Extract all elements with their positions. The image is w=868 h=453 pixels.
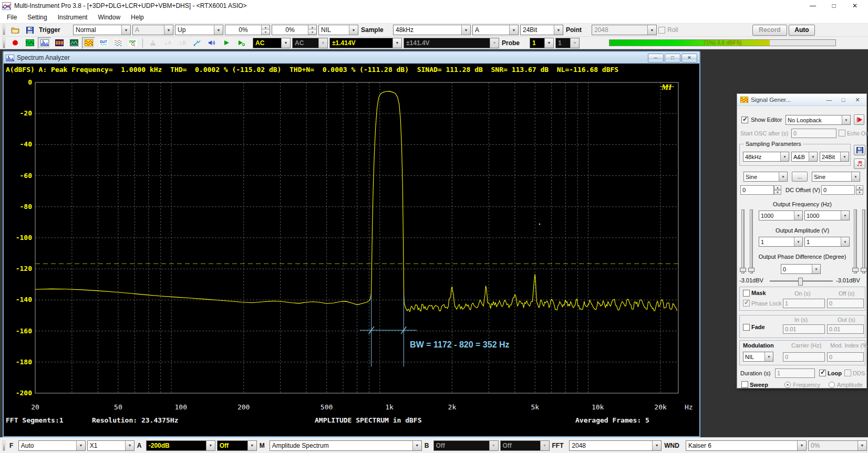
spectrum-chart[interactable]: 20501002005001k2k5k10k20kHz0-20-40-60-80…: [4, 76, 699, 436]
record-length-select[interactable]: 2048▼: [592, 25, 657, 35]
panel-maximize-icon[interactable]: □: [838, 97, 849, 103]
display-mode-select[interactable]: Amplitude Spectrum▼: [270, 440, 422, 451]
fade-in-input[interactable]: 0.01: [783, 324, 825, 334]
sweep-frequency-radio[interactable]: [784, 382, 791, 388]
open-file-icon[interactable]: [8, 24, 22, 36]
panel-close-icon[interactable]: ✕: [852, 97, 863, 103]
output-phase-select[interactable]: 0▼: [781, 264, 821, 274]
dc-offset-b-input[interactable]: 0: [821, 185, 855, 195]
channel-b-y-range-select[interactable]: Off▼: [433, 440, 499, 451]
spectrum-3d-plot-icon[interactable]: [67, 37, 80, 49]
alarm-icon[interactable]: [146, 37, 159, 49]
probe-b-select[interactable]: 1▼: [555, 38, 580, 48]
level-slider-a2[interactable]: [750, 209, 753, 273]
music-notes-button[interactable]: ♬: [854, 159, 865, 169]
channel-a-y-range-select[interactable]: -200dB▼: [146, 440, 215, 451]
toolbar-grip[interactable]: [3, 440, 5, 451]
multimeter-icon[interactable]: 888: [53, 37, 66, 49]
spectrum-analyzer-icon[interactable]: [38, 37, 51, 49]
save-file-icon[interactable]: [23, 24, 36, 36]
menu-setting[interactable]: Setting: [23, 13, 51, 22]
waveform-a-select[interactable]: Sine▼: [743, 172, 788, 182]
menu-file[interactable]: File: [2, 13, 22, 22]
window-function-select[interactable]: Kaiser 6▼: [686, 440, 807, 451]
spin-up-icon[interactable]: ▲: [308, 25, 316, 30]
trigger-mode-select[interactable]: Normal▼: [73, 25, 131, 35]
trigger-delay-spinner[interactable]: 0%▲▼: [272, 25, 317, 35]
close-icon[interactable]: ✕: [851, 2, 859, 9]
device-test-plan-icon[interactable]: DUT: [97, 37, 110, 49]
loop-checkbox[interactable]: [819, 370, 826, 376]
menu-window[interactable]: Window: [93, 13, 125, 22]
toolbar-grip[interactable]: [3, 38, 5, 48]
spectrum-window-titlebar[interactable]: Spectrum Analyzer ─ □ ✕: [4, 52, 699, 64]
generator-bit-depth-select[interactable]: 24Bit▼: [820, 152, 849, 162]
sound-output-icon[interactable]: [205, 37, 218, 49]
trigger-level-spinner[interactable]: 0%▲▼: [225, 25, 270, 35]
record-button[interactable]: Record: [752, 25, 787, 36]
maximize-icon[interactable]: □: [830, 2, 838, 9]
modulation-type-select[interactable]: NIL▼: [743, 352, 773, 362]
loopback-select[interactable]: No Loopback▼: [786, 115, 851, 125]
frequency-range-select[interactable]: Auto▼: [18, 440, 86, 451]
panel-minimize-icon[interactable]: —: [823, 97, 835, 103]
run-icon[interactable]: [220, 37, 233, 49]
bit-depth-select[interactable]: 24Bit▼: [520, 25, 563, 35]
frequency-multiplier-select[interactable]: X1▼: [87, 440, 135, 451]
start-generator-button[interactable]: [854, 114, 864, 125]
sampling-rate-select[interactable]: 48kHz▼: [393, 25, 471, 35]
mod-index-input[interactable]: 0: [827, 352, 864, 362]
fade-checkbox[interactable]: [743, 324, 750, 331]
channel-a-coupling-select[interactable]: AC▼: [253, 38, 291, 48]
channel-b-processing-select[interactable]: Off▼: [500, 440, 550, 451]
mask-off-input[interactable]: 0: [827, 299, 864, 308]
channel-a-range-select[interactable]: ±1.414V▼: [329, 38, 402, 48]
marker-a-icon[interactable]: ⊥A: [161, 37, 174, 49]
menu-help[interactable]: Help: [126, 13, 149, 22]
waveform-b-select[interactable]: Sine▼: [812, 172, 860, 182]
sweep-amplitude-radio[interactable]: [829, 382, 835, 388]
dc-offset-b-spinner[interactable]: ▲ ▼: [856, 185, 863, 195]
probe-calibration-icon[interactable]: [190, 37, 203, 49]
signal-generator-titlebar[interactable]: Signal Gener... — □ ✕: [737, 94, 866, 106]
window-minimize-icon[interactable]: ─: [648, 54, 664, 62]
window-close-icon[interactable]: ✕: [681, 54, 697, 62]
window-maximize-icon[interactable]: □: [665, 54, 680, 62]
level-slider-b1[interactable]: [854, 209, 857, 273]
trigger-edge-select[interactable]: Up▼: [175, 25, 223, 35]
record-icon[interactable]: [8, 37, 22, 49]
generator-sampling-rate-select[interactable]: 48kHz▼: [743, 152, 789, 162]
sampling-channel-select[interactable]: A▼: [472, 25, 519, 35]
save-signal-button[interactable]: [854, 145, 865, 155]
output-amplitude-a-select[interactable]: 1▼: [759, 237, 803, 247]
generator-channels-select[interactable]: A&B▼: [791, 152, 818, 162]
signal-generator-icon[interactable]: [82, 37, 95, 49]
level-slider-a1[interactable]: [741, 209, 745, 273]
spin-down-icon[interactable]: ▼: [262, 30, 270, 35]
menu-instrument[interactable]: Instrument: [53, 13, 92, 22]
oscilloscope-icon[interactable]: [23, 37, 36, 49]
dc-offset-a-input[interactable]: 0: [740, 185, 774, 195]
marker-b-icon[interactable]: ⊥B: [175, 37, 189, 49]
output-frequency-a-select[interactable]: 1000▼: [759, 210, 803, 220]
mask-checkbox[interactable]: [743, 290, 750, 297]
minimize-icon[interactable]: —: [809, 2, 817, 9]
spin-up-icon[interactable]: ▲: [262, 25, 270, 30]
roll-checkbox[interactable]: Roll: [658, 26, 678, 34]
spin-down-icon[interactable]: ▼: [308, 30, 316, 35]
run-loop-icon[interactable]: [234, 37, 247, 49]
show-editor-checkbox[interactable]: [741, 117, 748, 123]
channel-a-processing-select[interactable]: Off▼: [217, 440, 257, 451]
channel-b-coupling-select[interactable]: AC▼: [292, 38, 328, 48]
mask-on-input[interactable]: 1: [783, 299, 825, 308]
output-frequency-b-select[interactable]: 1000▼: [804, 210, 850, 220]
carrier-input[interactable]: 0: [783, 352, 825, 362]
duration-input[interactable]: 1: [775, 368, 815, 378]
trigger-rejection-select[interactable]: NIL▼: [318, 25, 358, 35]
trigger-source-select[interactable]: A▼: [132, 25, 173, 35]
echo-only-checkbox[interactable]: [839, 130, 845, 136]
auto-button[interactable]: Auto: [789, 25, 815, 36]
sweep-checkbox[interactable]: [741, 381, 748, 388]
balance-slider[interactable]: [770, 280, 833, 282]
overlap-select[interactable]: 0%▼: [808, 440, 867, 451]
